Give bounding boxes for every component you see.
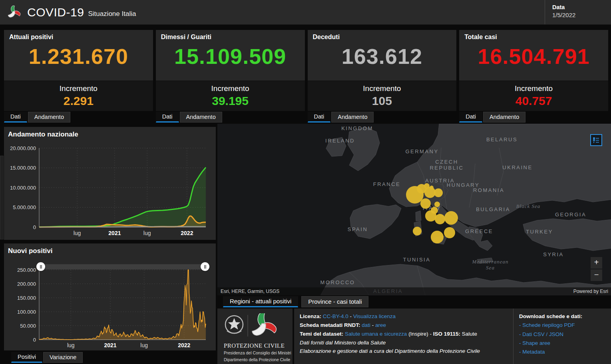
time-range-slider-handle-left[interactable] [36,262,45,271]
svg-text:lug: lug [74,230,81,236]
card-tabs: DatiAndamento [308,112,457,123]
increment-value: 2.291 [4,94,153,108]
svg-text:150.000: 150.000 [17,295,36,301]
download-link-shape-aree[interactable]: - Shape aree [519,340,550,346]
card-2-tab-andamento[interactable]: Andamento [331,112,374,123]
country-label-bulgaria: BULGARIA [476,206,510,212]
svg-text:100.000: 100.000 [17,309,36,315]
card-3-tab-dati[interactable]: Dati [459,112,482,123]
italy-emblem-icon [225,316,243,333]
increment-value: 39.195 [156,94,305,108]
region-bubble[interactable] [425,210,436,222]
collapsed-side-panel-stub[interactable] [0,156,4,239]
card-increment: Incremento 105 [308,81,457,111]
region-bubble[interactable] [413,227,422,235]
protezione-civile-title: PROTEZIONE CIVILE [224,342,293,349]
download-link-dati-csv-json[interactable]: - Dati CSV / JSON [519,331,563,337]
svg-text:lug: lug [67,342,75,348]
positivi-variazione-tabs: PositiviVariazione [11,352,216,363]
svg-text:50.000: 50.000 [20,323,36,329]
svg-text:2022: 2022 [181,230,193,236]
region-bubble[interactable] [444,227,455,238]
tab-positivi[interactable]: Positivi [11,352,42,363]
zoom-out-button[interactable]: − [591,269,602,281]
license-line-5: Elaborazione e gestione dati a cura del … [300,347,513,356]
page-title: COVID-19 [27,6,84,19]
legend-list-icon [593,136,600,144]
stat-card-dimessi-guariti: Dimessi / Guariti 15.109.509 Incremento … [156,30,305,123]
card-value: 15.109.509 [161,44,300,69]
stat-card-attuali-positivi: Attuali positivi 1.231.670 Incremento 2.… [4,30,153,123]
region-bubble[interactable] [434,202,440,207]
increment-label: Incremento [4,84,153,93]
country-label-tunisia: TUNISIA [403,257,431,263]
card-title: Attuali positivi [9,34,148,41]
zoom-in-button[interactable]: + [591,257,602,269]
time-range-slider-track[interactable] [38,264,208,269]
left-column: Andamento nazionale 05.000.00010.000.000… [4,124,216,364]
svg-text:2022: 2022 [178,342,190,348]
license-link[interactable]: dati [362,322,370,328]
date-value: 1/5/2022 [552,12,611,18]
date-label: Data [552,4,611,10]
region-bubble[interactable] [420,198,431,209]
card-increment: Incremento 40.757 [459,81,608,111]
country-label-greece: GREECE [465,228,493,234]
tab-variazione[interactable]: Variazione [43,352,83,363]
europe-map[interactable]: KINGDOMIRELANDGERMANYCZECHREPUBLICBELARU… [217,124,611,295]
download-link-schede-riepilogo-pdf[interactable]: - Schede riepilogo PDF [519,322,575,328]
svg-text:200.000: 200.000 [17,281,36,287]
slider-grip-icon [204,265,206,269]
legend-button[interactable] [590,134,602,146]
country-label-morocco: MOROCCO [320,279,355,285]
license-link[interactable]: Visualizza licenza [353,313,396,319]
card-top: Attuali positivi 1.231.670 [4,30,153,81]
footer-info-row: PROTEZIONE CIVILE Presidenza del Consigl… [217,309,611,364]
region-bubble[interactable] [431,231,444,243]
svg-text:2021: 2021 [104,342,116,348]
license-link[interactable]: aree [375,322,386,328]
covid-dashboard-page: COVID-19 Situazione Italia Data 1/5/2022… [0,0,611,364]
stat-card-deceduti: Deceduti 163.612 Incremento 105 DatiAnda… [308,30,457,123]
sea-label-mediterranean-sea: MediterraneanSea [472,259,509,271]
region-bubble[interactable] [434,188,443,197]
country-label-georgia: GEORGIA [555,212,586,218]
card-title: Deceduti [313,34,452,41]
card-0-tab-andamento[interactable]: Andamento [28,112,70,123]
license-link[interactable]: CC-BY-4.0 [323,313,348,319]
svg-text:15.000.000: 15.000.000 [10,165,36,171]
card-3-tab-andamento[interactable]: Andamento [483,112,525,123]
country-label-belarus: BELARUS [486,136,517,142]
region-bubble[interactable] [424,187,436,198]
svg-text:0: 0 [33,224,36,230]
svg-text:2021: 2021 [108,230,121,236]
series-area-dimessi-guariti [39,167,206,227]
andamento-nazionale-chart: 05.000.00010.000.00015.000.00020.000.000… [4,138,216,238]
country-label-turkey: TURKEY [526,229,553,235]
region-bubble[interactable] [435,214,445,224]
downloads-title: Download schede e dati: [519,312,611,321]
region-bubble[interactable] [444,211,458,225]
dipartimento-line: Dipartimento della Protezione Civile [224,357,293,363]
svg-text:lug: lug [140,342,148,348]
card-2-tab-dati[interactable]: Dati [308,112,331,123]
map-tab-province-casi-totali[interactable]: Province - casi totali [301,296,368,307]
main-area: Andamento nazionale 05.000.00010.000.000… [4,124,608,364]
app-header: COVID-19 Situazione Italia Data 1/5/2022 [0,0,611,25]
map-tab-regioni-attuali-positivi[interactable]: Regioni - attuali positivi [223,296,298,307]
card-1-tab-andamento[interactable]: Andamento [180,112,222,123]
andamento-nazionale-panel: Andamento nazionale 05.000.00010.000.000… [4,127,216,240]
country-label-ireland: IRELAND [325,138,355,144]
license-link[interactable]: Salute umana e sicurezza [345,331,407,337]
card-tabs: DatiAndamento [156,112,305,123]
protezione-civile-logo-icon [6,5,22,20]
download-link-metadata[interactable]: - Metadata [519,349,545,355]
card-1-tab-dati[interactable]: Dati [156,112,179,123]
time-range-slider-handle-right[interactable] [201,262,209,271]
svg-text:5.000.000: 5.000.000 [13,204,36,210]
country-label-romania: ROMANIA [473,187,504,193]
protezione-civile-credit-box: PROTEZIONE CIVILE Presidenza del Consigl… [217,309,293,364]
card-0-tab-dati[interactable]: Dati [4,112,27,123]
country-label-syria: SYRIA [543,251,564,257]
increment-label: Incremento [156,84,305,93]
